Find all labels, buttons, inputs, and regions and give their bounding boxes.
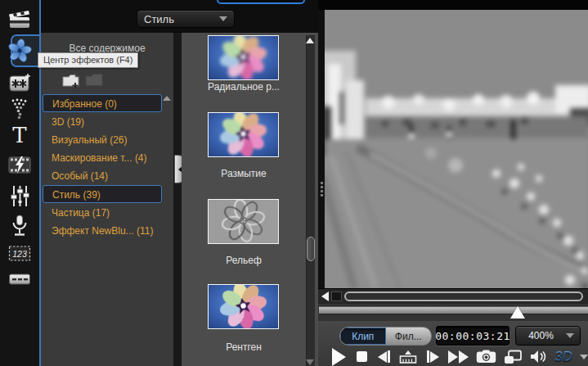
splitter-grip-dot	[321, 182, 323, 184]
snapshot-camera-icon[interactable]	[476, 350, 496, 364]
chevron-down-icon	[566, 333, 574, 338]
effect-label: Рельеф	[182, 255, 306, 266]
category-count: (0)	[105, 98, 117, 110]
hscrollbar-thumb[interactable]	[344, 291, 583, 301]
category-count: (26)	[110, 134, 127, 146]
counter-123-icon[interactable]: 123	[0, 243, 39, 264]
prev-frame-icon[interactable]	[375, 350, 392, 363]
timecode-field[interactable]: 00:00:03:21	[436, 326, 509, 346]
playhead-marker[interactable]	[510, 306, 525, 319]
gallery-scroll-down-icon[interactable]	[306, 359, 314, 365]
clip-film-toggle: Клип Фил...	[339, 327, 432, 346]
chevron-down-icon	[219, 16, 227, 21]
transport-row: 3D	[331, 347, 588, 366]
svg-text:T: T	[12, 124, 27, 147]
fast-forward-icon[interactable]	[448, 350, 469, 364]
seek-track[interactable]	[319, 306, 588, 314]
category-item-visual[interactable]: Визуальный (26)	[43, 131, 162, 149]
splitter-grip-dot	[321, 194, 323, 197]
category-count: (11)	[137, 225, 153, 237]
effects-center-tooltip: Центр эффектов (F4)	[38, 52, 138, 68]
effect-label: Радиальное р...	[182, 81, 306, 93]
volume-icon[interactable]	[530, 350, 548, 364]
play-icon[interactable]	[331, 348, 348, 366]
gallery-scroll-up-icon[interactable]	[306, 38, 314, 43]
track-dashes-icon[interactable]	[0, 269, 39, 289]
stop-icon[interactable]	[355, 351, 368, 362]
tool-sidebar: T	[0, 0, 39, 366]
clapperboard-media-icon[interactable]	[0, 8, 39, 31]
category-item-3d[interactable]: 3D (19)	[43, 113, 162, 131]
video-preview	[325, 10, 588, 288]
category-item-particle[interactable]: Частица (17)	[43, 204, 162, 222]
effect-thumb-xray[interactable]	[208, 284, 279, 329]
folder-icon[interactable]	[85, 73, 103, 89]
microphone-icon[interactable]	[0, 213, 39, 240]
3d-toggle[interactable]: 3D	[554, 349, 572, 365]
gallery-button-partial[interactable]	[217, 0, 305, 4]
category-count: (4)	[135, 152, 147, 164]
effects-flower-icon[interactable]	[0, 38, 39, 64]
effect-label: Размытие	[182, 168, 306, 179]
library-top-bar: Стиль	[41, 0, 319, 33]
scroll-left-icon[interactable]	[321, 291, 329, 301]
panel-separator	[173, 33, 182, 366]
category-filter-dropdown[interactable]: Стиль	[137, 10, 235, 28]
title-text-icon[interactable]: T	[0, 123, 39, 147]
effect-thumb-blur[interactable]	[208, 112, 279, 157]
effect-label: Рентген	[182, 341, 306, 353]
hscrollbar-notch	[331, 291, 342, 301]
filter-film-lightning-icon[interactable]	[0, 153, 39, 176]
tab-clip[interactable]: Клип	[340, 328, 386, 345]
chevron-down-icon[interactable]	[580, 355, 588, 359]
split-clip-icon[interactable]	[399, 349, 417, 364]
zoom-level-value: 400%	[516, 330, 566, 341]
category-item-masking[interactable]: Маскирование т... (4)	[43, 149, 162, 167]
next-frame-icon[interactable]	[424, 350, 441, 363]
preview-top-strip	[318, 0, 588, 10]
splitter-grip-dot	[321, 186, 323, 188]
splitter-grip-dot	[321, 190, 323, 192]
add-folder-icon[interactable]	[62, 73, 80, 89]
category-item-style[interactable]: Стиль (39)	[43, 185, 162, 203]
category-item-favorites[interactable]: Избранное (0)	[43, 94, 162, 112]
tab-film[interactable]: Фил...	[386, 328, 432, 345]
zoom-level-dropdown[interactable]: 400%	[515, 326, 581, 346]
category-count: (17)	[92, 207, 110, 219]
effect-thumb-emboss[interactable]	[208, 199, 279, 244]
category-count: (14)	[91, 170, 108, 182]
videostudio-window: T	[0, 0, 588, 366]
enlarge-preview-icon[interactable]	[504, 350, 523, 364]
category-count: (19)	[67, 116, 84, 128]
audio-mixer-icon[interactable]	[0, 183, 39, 209]
preview-splitter[interactable]	[318, 0, 325, 288]
category-count: (39)	[83, 189, 100, 201]
gallery-scrollbar[interactable]	[306, 35, 315, 366]
effect-thumb-radial-blur[interactable]	[208, 35, 279, 80]
sparkle-transitions-icon[interactable]	[0, 72, 39, 93]
category-filter-value: Стиль	[144, 13, 219, 25]
category-item-special[interactable]: Особый (14)	[43, 167, 162, 185]
category-item-newblue[interactable]: Эффект NewBlu... (11)	[43, 222, 162, 240]
svg-text:123: 123	[12, 249, 27, 259]
category-scroll-up-icon[interactable]	[163, 96, 171, 101]
graphics-spray-icon[interactable]	[0, 97, 39, 121]
gallery-scrollbar-thumb[interactable]	[307, 237, 315, 261]
